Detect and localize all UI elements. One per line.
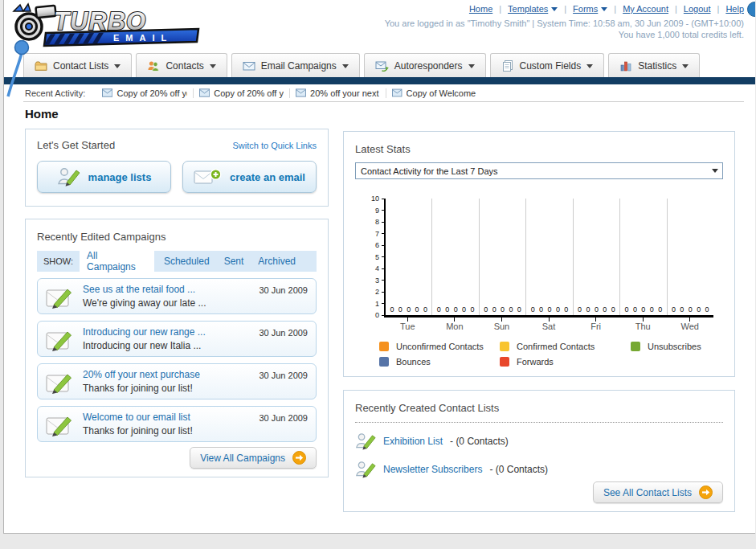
chart-value-label: 0	[578, 305, 582, 313]
contact-lists-title: Recently Created Contact Lists	[355, 402, 499, 414]
top-nav: Home | Templates | Forms | My Account | …	[469, 4, 744, 14]
campaign-subtitle: Thanks for joining our list!	[83, 382, 251, 395]
turbo-email-logo: TURBO EMAIL	[7, 2, 203, 48]
chart-value-label: 0	[650, 305, 654, 313]
legend-item: Confirmed Contacts	[500, 342, 631, 351]
filter-archived[interactable]: Archived	[258, 256, 296, 267]
header: TURBO EMAIL Home | Templates | Forms | M…	[4, 0, 755, 51]
legend-item: Bounces	[379, 357, 500, 367]
contact-list-link[interactable]: Newsletter Subscribers	[383, 464, 482, 475]
campaign-row[interactable]: 20% off your next purchase Thanks for jo…	[37, 363, 317, 399]
recent-activity-item[interactable]: Copy of 20% off yo	[96, 88, 193, 98]
navy-divider-bar	[4, 77, 755, 84]
y-axis-tick: 7	[375, 230, 386, 238]
nav-link-help[interactable]: Help	[725, 4, 744, 14]
tab-contact-lists[interactable]: Contact Lists	[23, 53, 132, 77]
chevron-down-icon	[342, 64, 349, 68]
person-pencil-icon	[57, 166, 80, 187]
campaign-title-link[interactable]: Welcome to our email list	[83, 411, 251, 424]
help-bubble-icon[interactable]	[747, 2, 755, 17]
recently-edited-campaigns-panel: Recently Edited Campaigns SHOW: All Camp…	[25, 219, 329, 477]
filter-scheduled[interactable]: Scheduled	[164, 256, 210, 267]
legend-swatch	[631, 342, 640, 351]
x-axis-label: Sat	[525, 318, 573, 331]
chart-value-label: 0	[423, 305, 427, 313]
campaign-row[interactable]: See us at the retail food ... We're givi…	[37, 278, 317, 314]
nav-separator: |	[675, 4, 677, 14]
tab-email-campaigns[interactable]: Email Campaigns	[231, 53, 360, 77]
campaign-title-link[interactable]: 20% off your next purchase	[83, 368, 251, 381]
chart-value-label: 0	[633, 305, 637, 313]
dotted-divider	[355, 422, 723, 423]
envelope-pencil-icon	[46, 327, 75, 351]
campaign-title-link[interactable]: See us at the retail food ...	[83, 283, 251, 296]
x-axis-label: Tue	[384, 318, 431, 331]
chart-value-label: 0	[680, 305, 684, 313]
latest-stats-title: Latest Stats	[355, 143, 411, 155]
chart-day-group: 00000	[431, 199, 478, 315]
filter-sent[interactable]: Sent	[224, 256, 244, 267]
campaign-subtitle: Introducing our new Italia ...	[83, 339, 251, 352]
nav-link-home[interactable]: Home	[469, 4, 492, 14]
chart-value-label: 0	[501, 305, 505, 313]
campaign-date: 30 Jun 2009	[259, 325, 308, 338]
tab-autoresponders[interactable]: Autoresponders	[364, 53, 486, 77]
contact-list-link[interactable]: Exhibition List	[383, 436, 443, 447]
campaign-date: 30 Jun 2009	[259, 282, 308, 295]
stats-period-select[interactable]: Contact Activity for the Last 7 Days	[355, 162, 723, 179]
create-an-email-button[interactable]: create an email	[182, 161, 317, 193]
view-all-campaigns-button[interactable]: View All Campaigns	[190, 447, 317, 469]
chart-value-label: 0	[595, 305, 599, 313]
campaign-date: 30 Jun 2009	[259, 410, 308, 423]
legend-item: Forwards	[500, 357, 631, 367]
chart-value-label: 0	[415, 305, 419, 313]
tab-statistics[interactable]: Statistics	[608, 53, 700, 77]
chart-day-group: 00000	[573, 199, 619, 315]
contact-list-row[interactable]: Newsletter Subscribers - (0 Contacts)	[355, 460, 723, 479]
nav-link-logout[interactable]: Logout	[684, 4, 711, 14]
y-axis-tick: 6	[375, 241, 386, 249]
chart-day-group: 00000	[386, 199, 431, 315]
campaign-title-link[interactable]: Introducing our new range ...	[83, 326, 251, 338]
manage-lists-button[interactable]: manage lists	[37, 161, 171, 193]
envelope-icon	[102, 88, 112, 97]
arrow-circle-icon	[292, 451, 306, 465]
arrow-circle-icon	[699, 485, 713, 499]
chart-value-label: 0	[484, 305, 488, 313]
see-all-contact-lists-button[interactable]: See All Contact Lists	[593, 481, 723, 503]
chart-x-labels: TueMonSunSatFriThuWed	[384, 318, 713, 331]
tab-contacts[interactable]: Contacts	[136, 53, 227, 77]
recent-activity-item[interactable]: Copy of Welcome to	[386, 88, 482, 98]
pin-decoration	[6, 40, 35, 98]
chart-day-group: 00000	[667, 199, 713, 315]
campaign-row[interactable]: Introducing our new range ... Introducin…	[37, 321, 317, 357]
nav-link-templates[interactable]: Templates	[508, 4, 558, 14]
recent-activity-item[interactable]: Copy of 20% off yo	[193, 88, 289, 98]
tab-custom-fields[interactable]: Custom Fields	[490, 53, 605, 77]
nav-link-forms[interactable]: Forms	[573, 4, 607, 14]
chevron-down-icon	[468, 64, 475, 68]
contact-list-row[interactable]: Exhibition List - (0 Contacts)	[355, 432, 723, 451]
envelope-arrow-icon	[375, 59, 389, 72]
legend-swatch	[379, 342, 389, 351]
filter-all-campaigns[interactable]: All Campaigns	[80, 248, 154, 275]
pages-icon	[501, 59, 514, 72]
chart-day-group: 00000	[525, 199, 572, 315]
chart-value-label: 0	[689, 305, 693, 313]
envelope-plus-icon	[194, 167, 222, 186]
chart-value-label: 0	[556, 305, 560, 313]
get-started-panel: Let's Get Started Switch to Quick Links …	[25, 129, 329, 207]
nav-link-my-account[interactable]: My Account	[623, 4, 668, 14]
envelope-icon	[296, 88, 306, 97]
recent-activity-item[interactable]: 20% off your next p	[289, 88, 386, 98]
chart-value-label: 0	[547, 305, 551, 313]
campaign-subtitle: Thanks for joining our list!	[83, 424, 251, 437]
y-axis-tick: 5	[375, 253, 386, 261]
campaign-row[interactable]: Welcome to our email list Thanks for joi…	[37, 406, 317, 442]
chevron-down-icon	[210, 64, 216, 68]
folder-icon	[35, 59, 47, 72]
chevron-down-icon	[551, 7, 558, 11]
chevron-down-icon	[114, 64, 121, 68]
legend-swatch	[500, 342, 509, 351]
switch-to-quick-links[interactable]: Switch to Quick Links	[232, 141, 317, 150]
